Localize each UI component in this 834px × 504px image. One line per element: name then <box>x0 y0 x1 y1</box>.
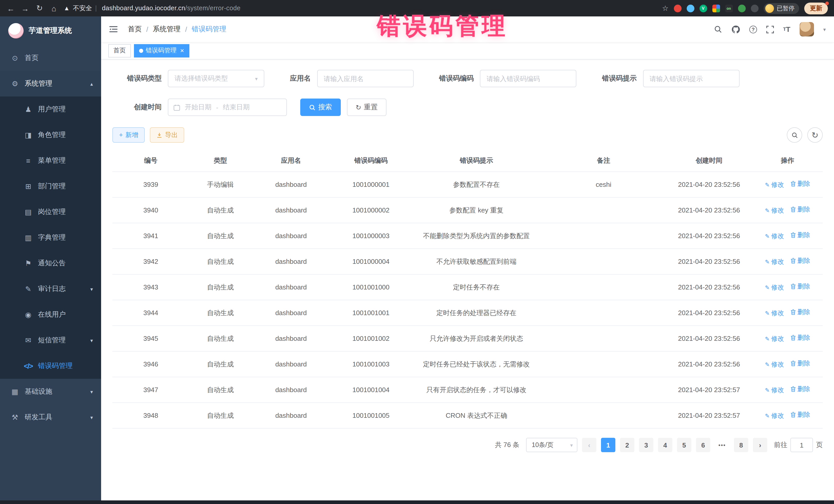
sidebar-item-dept-management[interactable]: ⊞部门管理 <box>0 174 101 199</box>
puzzle-extension-icon[interactable] <box>751 4 758 12</box>
font-size-icon[interactable]: TT <box>783 25 790 34</box>
reload-icon[interactable]: ↻ <box>35 4 44 13</box>
github-icon[interactable] <box>731 25 740 34</box>
error-type-select[interactable]: 请选择错误码类型 ▾ <box>168 70 264 87</box>
delete-link[interactable]: 删除 <box>790 359 810 369</box>
breadcrumb-item[interactable]: 系统管理 <box>153 25 181 34</box>
next-page-button[interactable]: › <box>753 438 767 452</box>
goto-label: 前往 <box>774 440 787 450</box>
pagination-page-1[interactable]: 1 <box>601 438 615 452</box>
pagination-page-4[interactable]: 4 <box>658 438 672 452</box>
sidebar-logo[interactable]: 芋道管理系统 <box>0 17 101 45</box>
reset-button[interactable]: ↻ 重置 <box>347 98 387 116</box>
edit-link[interactable]: ✎修改 <box>765 411 784 421</box>
edit-link[interactable]: ✎修改 <box>765 232 784 241</box>
date-range-picker[interactable]: 开始日期 - 结束日期 <box>168 98 287 116</box>
page-unit-label: 页 <box>816 440 823 450</box>
sidebar-item-role-management[interactable]: ◨角色管理 <box>0 122 101 148</box>
refresh-table-icon[interactable]: ↻ <box>807 127 823 143</box>
breadcrumb-item[interactable]: 首页 <box>128 25 142 34</box>
delete-link[interactable]: 删除 <box>790 282 810 291</box>
delete-link[interactable]: 删除 <box>790 205 810 215</box>
delete-link[interactable]: 删除 <box>790 256 810 266</box>
chevron-down-icon: ▾ <box>90 389 93 394</box>
error-code-input[interactable] <box>480 70 576 87</box>
pagination-ellipsis[interactable]: ••• <box>715 438 729 452</box>
update-button[interactable]: 更新 <box>804 2 828 14</box>
drop-extension-icon[interactable] <box>686 4 694 12</box>
forward-icon[interactable]: → <box>21 4 30 13</box>
pagination-page-6[interactable]: 6 <box>696 438 710 452</box>
pagination-page-5[interactable]: 5 <box>677 438 691 452</box>
bookmark-star-icon[interactable]: ☆ <box>662 4 668 12</box>
search-button[interactable]: 搜索 <box>300 98 341 116</box>
hamburger-icon[interactable] <box>109 25 118 34</box>
edit-link[interactable]: ✎修改 <box>765 386 784 395</box>
edit-link[interactable]: ✎修改 <box>765 360 784 370</box>
delete-link[interactable]: 删除 <box>790 231 810 240</box>
sidebar-item-menu-management[interactable]: ≡菜单管理 <box>0 148 101 174</box>
sidebar-item-post-management[interactable]: ▤岗位管理 <box>0 199 101 225</box>
v-extension-icon[interactable]: V <box>699 4 707 12</box>
help-icon[interactable]: ? <box>749 25 757 33</box>
cell-created-at: 2021-04-20 23:52:56 <box>666 326 752 351</box>
cell-created-at: 2021-04-20 23:52:56 <box>666 172 752 197</box>
edit-link[interactable]: ✎修改 <box>765 283 784 293</box>
delete-link[interactable]: 删除 <box>790 333 810 343</box>
pagination-page-8[interactable]: 8 <box>734 438 748 452</box>
record-extension-icon[interactable] <box>674 4 681 12</box>
sidebar-item-dev-tools[interactable]: ⚒研发工具▾ <box>0 404 101 430</box>
leaf-extension-icon[interactable] <box>738 4 745 12</box>
error-hint-input[interactable] <box>643 70 739 87</box>
pagination-page-3[interactable]: 3 <box>639 438 653 452</box>
edit-link[interactable]: ✎修改 <box>765 334 784 344</box>
edit-link[interactable]: ✎修改 <box>765 257 784 267</box>
page-size-select[interactable]: 10条/页 ▾ <box>526 438 577 452</box>
profile-pill[interactable]: 已暂停 <box>764 3 799 14</box>
user-avatar[interactable] <box>799 22 814 37</box>
delete-icon <box>790 335 796 341</box>
prev-page-button[interactable]: ‹ <box>582 438 596 452</box>
chevron-down-icon[interactable]: ▾ <box>823 26 826 32</box>
back-icon[interactable]: ← <box>6 4 15 13</box>
edit-link[interactable]: ✎修改 <box>765 180 784 190</box>
edit-link[interactable]: ✎修改 <box>765 206 784 216</box>
home-icon[interactable]: ⌂ <box>49 4 59 13</box>
toggle-search-icon[interactable] <box>787 127 802 143</box>
sidebar-item-online-users[interactable]: ◉在线用户 <box>0 302 101 327</box>
export-button[interactable]: 导出 <box>150 127 184 143</box>
delete-link[interactable]: 删除 <box>790 410 810 420</box>
security-indicator[interactable]: ▲ 不安全 | <box>64 4 97 13</box>
sidebar-item-infrastructure[interactable]: ▦基础设施▾ <box>0 379 101 404</box>
sidebar-item-dict-management[interactable]: ▥字典管理 <box>0 225 101 250</box>
grid-extension-icon[interactable] <box>712 4 720 12</box>
cell-code: 1001000004 <box>331 249 412 274</box>
close-icon[interactable]: × <box>180 47 184 54</box>
sidebar-item-user-management[interactable]: ♟用户管理 <box>0 96 101 122</box>
tab-error-code[interactable]: 错误码管理× <box>134 44 189 57</box>
fullscreen-icon[interactable] <box>766 25 774 33</box>
sidebar-item-sms-management[interactable]: ✉短信管理▾ <box>0 327 101 353</box>
delete-link[interactable]: 删除 <box>790 307 810 317</box>
address-bar[interactable]: dashboard.yudao.iocoder.cn/system/error-… <box>102 5 240 12</box>
on-badge-extension-icon[interactable]: on <box>725 4 733 12</box>
pagination-page-2[interactable]: 2 <box>620 438 634 452</box>
sidebar-item-notice-management[interactable]: ⚑通知公告 <box>0 250 101 276</box>
sidebar-item-error-code-management[interactable]: </>错误码管理 <box>0 353 101 379</box>
sidebar-item-system-management[interactable]: ⚙系统管理▴ <box>0 71 101 96</box>
chevron-up-icon: ▴ <box>90 81 93 86</box>
delete-link[interactable]: 删除 <box>790 179 810 189</box>
add-button[interactable]: + 新增 <box>112 127 145 143</box>
filter-app-name: 应用名 <box>290 70 413 87</box>
search-icon[interactable] <box>714 25 722 34</box>
tab-home[interactable]: 首页 <box>108 44 131 57</box>
cell-type: 自动生成 <box>189 351 252 377</box>
delete-link[interactable]: 删除 <box>790 385 810 394</box>
goto-page-input[interactable] <box>790 438 813 452</box>
cell-actions: ✎修改删除 <box>752 351 823 377</box>
cell-remark <box>542 223 666 249</box>
sidebar-item-audit-log[interactable]: ✎审计日志▾ <box>0 276 101 302</box>
app-name-input[interactable] <box>317 70 413 87</box>
edit-link[interactable]: ✎修改 <box>765 309 784 319</box>
sidebar-item-home[interactable]: ⊙首页 <box>0 45 101 71</box>
